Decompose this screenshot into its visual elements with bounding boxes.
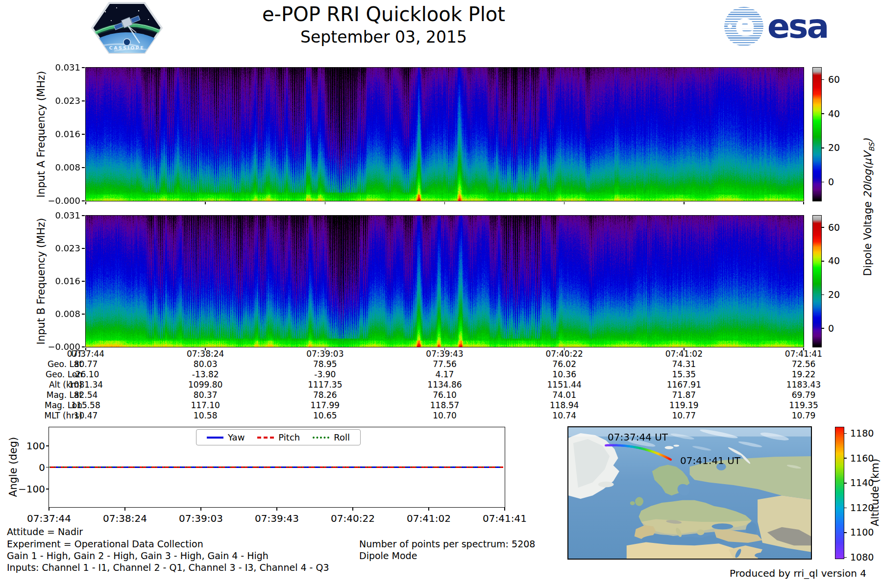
x-tick-mark	[205, 202, 206, 205]
colorbar-tick-label: 60	[828, 222, 853, 233]
dipole-colorbar-a	[812, 67, 822, 201]
table-cell: 72.56	[745, 359, 862, 369]
table-cell: 78.26	[266, 390, 384, 400]
table-cell: -13.82	[147, 369, 264, 380]
altitude-tick-label: 1080	[850, 552, 877, 563]
x-tick-mark	[684, 348, 685, 351]
x-tick-mark	[803, 202, 804, 205]
table-cell: 74.31	[625, 359, 743, 369]
legend-label-roll: Roll	[334, 432, 350, 442]
y-tick-label: 0.023	[38, 96, 80, 106]
colorbar-tick-mark	[822, 227, 825, 228]
colorbar-tick-mark	[822, 328, 825, 329]
table-cell: 07:39:03	[266, 349, 384, 359]
y-tick-mark	[82, 314, 85, 315]
angle-x-tick-mark	[428, 508, 429, 511]
colorbar-tick-label: 0	[828, 323, 853, 334]
table-cell: 07:38:24	[147, 349, 264, 359]
attitude-legend: Yaw Pitch Roll	[196, 429, 361, 445]
table-cell: 07:41:02	[625, 349, 743, 359]
altitude-tick-label: 1140	[850, 477, 877, 488]
credit-note: Produced by rri_ql version 4	[686, 567, 866, 579]
angle-x-tick-label: 07:41:02	[399, 513, 458, 524]
table-cell: 80.77	[27, 359, 145, 369]
table-cell: 07:40:22	[506, 349, 623, 359]
table-cell: 10.77	[625, 411, 743, 421]
esa-wordmark: esa	[767, 7, 828, 46]
pitch-line-sample-icon	[257, 437, 274, 439]
cassiope-logo: CASSIOPE	[90, 1, 164, 55]
table-cell: -3.90	[266, 369, 384, 380]
table-cell: 4.17	[386, 369, 504, 380]
gain-note: Gain 1 - High, Gain 2 - High, Gain 3 - H…	[7, 550, 269, 561]
table-cell: 80.37	[147, 390, 264, 400]
angle-y-tick-mark	[46, 467, 49, 468]
colorbar-tick-mark	[822, 182, 825, 183]
table-cell: 82.54	[27, 390, 145, 400]
x-tick-mark	[205, 348, 206, 351]
angle-y-tick-label: 0	[11, 462, 45, 473]
y-tick-label: 0.023	[38, 243, 80, 253]
page-date: September 03, 2015	[188, 27, 580, 47]
y-tick-label: 0.016	[38, 276, 80, 286]
table-cell: 10.70	[386, 411, 504, 421]
table-cell: 80.03	[147, 359, 264, 369]
angle-x-tick-mark	[124, 508, 125, 511]
points-note: Number of points per spectrum: 5208	[359, 539, 535, 549]
table-cell: 1167.91	[625, 380, 743, 390]
table-cell: 07:41:41	[745, 349, 862, 359]
x-tick-mark	[85, 202, 86, 205]
esa-globe-e: e	[735, 8, 755, 42]
table-cell: 74.01	[506, 390, 623, 400]
table-cell: 1151.44	[506, 380, 623, 390]
x-tick-mark	[325, 348, 326, 351]
y-tick-mark	[82, 248, 85, 249]
colorbar-tick-label: 20	[828, 142, 853, 153]
angle-x-tick-label: 07:37:44	[20, 513, 78, 524]
table-cell: 10.74	[506, 411, 623, 421]
ground-track-map	[567, 426, 812, 560]
angle-y-tick-label: 100	[11, 440, 45, 452]
colorbar-tick-label: 0	[828, 176, 853, 187]
angle-x-tick-label: 07:41:41	[475, 513, 534, 524]
table-cell: 118.57	[386, 400, 504, 411]
roll-line	[49, 466, 503, 467]
y-tick-mark	[82, 346, 85, 347]
colorbar-tick-mark	[822, 113, 825, 114]
cassiope-logo-text: CASSIOPE	[109, 45, 145, 50]
altitude-tick-mark	[844, 508, 847, 509]
y-tick-mark	[82, 281, 85, 282]
table-cell: 71.87	[625, 390, 743, 400]
legend-label-yaw: Yaw	[228, 432, 245, 442]
y-tick-mark	[82, 134, 85, 135]
altitude-tick-label: 1180	[850, 428, 877, 439]
spectrogram-b-heatmap	[85, 215, 804, 347]
x-tick-mark	[564, 202, 565, 205]
table-cell: 69.79	[745, 390, 862, 400]
altitude-tick-mark	[844, 433, 847, 434]
legend-item-yaw: Yaw	[207, 432, 245, 442]
altitude-tick-mark	[844, 557, 847, 558]
mode-note: Dipole Mode	[359, 550, 417, 561]
table-cell: 118.94	[506, 400, 623, 411]
legend-item-pitch: Pitch	[257, 432, 300, 442]
angle-x-tick-mark	[200, 508, 201, 511]
y-tick-mark	[82, 100, 85, 101]
table-cell: 1117.35	[266, 380, 384, 390]
x-tick-mark	[325, 202, 326, 205]
y-tick-label: 0.008	[38, 162, 80, 172]
altitude-colorbar	[835, 427, 844, 559]
table-cell: 10.79	[745, 411, 862, 421]
y-tick-label: 0.031	[38, 62, 80, 73]
y-tick-label: 0.016	[38, 129, 80, 139]
dipole-colorbar-b	[812, 215, 822, 347]
dipole-colorbar-label: Dipole Voltage 20log(μVBS)	[862, 139, 875, 276]
table-cell: 10.47	[27, 411, 145, 421]
altitude-colorbar-label: Altitude (km)	[869, 459, 881, 526]
table-cell: 1099.80	[147, 380, 264, 390]
spectrogram-a-heatmap	[85, 67, 804, 201]
y-tick-label: 0.008	[38, 309, 80, 319]
y-tick-mark	[82, 215, 85, 216]
attitude-note: Attitude = Nadir	[7, 526, 83, 537]
colorbar-tick-label: 40	[828, 108, 853, 119]
